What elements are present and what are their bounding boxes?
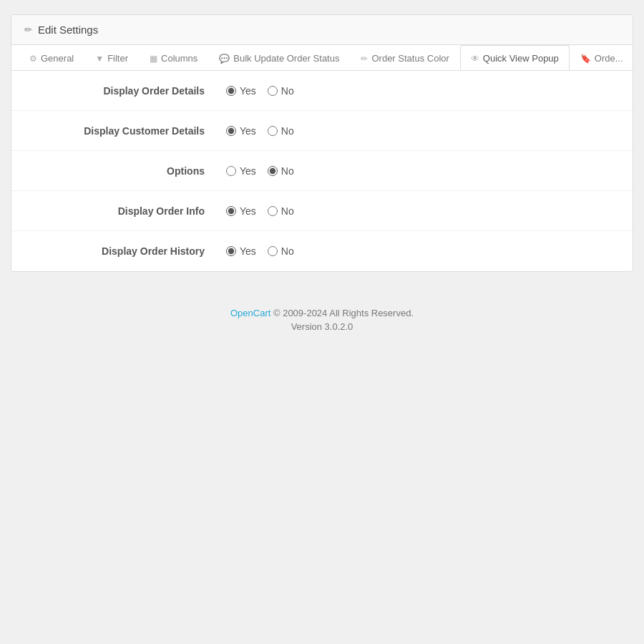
nav-tabs: ⚙ General ▼ Filter ▦ Columns 💬 Bulk Upda… bbox=[11, 45, 633, 71]
radio-order-details-yes-input[interactable] bbox=[226, 86, 236, 96]
radio-order-details-yes[interactable]: Yes bbox=[226, 85, 256, 97]
tab-filter[interactable]: ▼ Filter bbox=[84, 45, 139, 71]
label-display-order-details: Display Order Details bbox=[26, 85, 226, 97]
tab-general[interactable]: ⚙ General bbox=[19, 45, 84, 71]
radio-order-info-no-input[interactable] bbox=[268, 206, 278, 216]
tab-order-label: Orde... bbox=[595, 53, 623, 64]
radio-order-history-no-input[interactable] bbox=[268, 246, 278, 256]
radio-order-history-yes-label: Yes bbox=[240, 245, 256, 257]
footer-copyright: © 2009-2024 All Rights Reserved. bbox=[270, 308, 414, 318]
radio-order-details-no-label: No bbox=[281, 85, 294, 97]
radio-options-no[interactable]: No bbox=[268, 165, 294, 177]
panel-heading: ✏ Edit Settings bbox=[11, 15, 633, 45]
gear-icon: ⚙ bbox=[29, 54, 37, 64]
tab-filter-label: Filter bbox=[107, 53, 128, 64]
label-options: Options bbox=[26, 165, 226, 177]
columns-icon: ▦ bbox=[150, 54, 157, 64]
radio-order-info-yes[interactable]: Yes bbox=[226, 205, 256, 217]
radio-options-yes[interactable]: Yes bbox=[226, 165, 256, 177]
tab-order[interactable]: 🔖 Orde... bbox=[570, 45, 633, 71]
label-display-order-history: Display Order History bbox=[26, 245, 226, 257]
row-display-order-history: Display Order History Yes No bbox=[11, 231, 633, 271]
chat-icon: 💬 bbox=[219, 54, 230, 64]
radio-order-details-yes-label: Yes bbox=[240, 85, 256, 97]
radio-order-info-no-label: No bbox=[281, 205, 294, 217]
edit-settings-panel: ✏ Edit Settings ⚙ General ▼ Filter ▦ Col… bbox=[11, 14, 633, 272]
eye-icon: 👁 bbox=[471, 54, 479, 64]
pencil-icon: ✏ bbox=[24, 24, 32, 35]
tab-columns-label: Columns bbox=[161, 53, 197, 64]
color-icon: ✏ bbox=[361, 54, 368, 64]
tab-columns[interactable]: ▦ Columns bbox=[139, 45, 208, 71]
tab-order-status-color[interactable]: ✏ Order Status Color bbox=[350, 45, 459, 71]
radio-order-info-yes-label: Yes bbox=[240, 205, 256, 217]
radio-order-history-yes[interactable]: Yes bbox=[226, 245, 256, 257]
radio-options-yes-input[interactable] bbox=[226, 166, 236, 176]
radio-order-details-no[interactable]: No bbox=[268, 85, 294, 97]
controls-options: Yes No bbox=[226, 165, 294, 177]
footer: OpenCart © 2009-2024 All Rights Reserved… bbox=[11, 286, 633, 353]
label-display-customer-details: Display Customer Details bbox=[26, 125, 226, 137]
form-body: Display Order Details Yes No Display Cus… bbox=[11, 71, 633, 271]
controls-display-order-history: Yes No bbox=[226, 245, 294, 257]
radio-order-history-no[interactable]: No bbox=[268, 245, 294, 257]
radio-order-info-yes-input[interactable] bbox=[226, 206, 236, 216]
radio-order-history-yes-input[interactable] bbox=[226, 246, 236, 256]
radio-options-no-input[interactable] bbox=[268, 166, 278, 176]
tab-quick-view-popup[interactable]: 👁 Quick View Popup bbox=[460, 45, 570, 71]
tab-bulk-update-label: Bulk Update Order Status bbox=[233, 53, 339, 64]
tab-order-status-color-label: Order Status Color bbox=[371, 53, 449, 64]
row-options: Options Yes No bbox=[11, 151, 633, 191]
radio-customer-details-yes-input[interactable] bbox=[226, 126, 236, 136]
radio-customer-details-yes-label: Yes bbox=[240, 125, 256, 137]
radio-order-details-no-input[interactable] bbox=[268, 86, 278, 96]
controls-display-customer-details: Yes No bbox=[226, 125, 294, 137]
filter-icon: ▼ bbox=[95, 54, 104, 64]
radio-customer-details-no-input[interactable] bbox=[268, 126, 278, 136]
tab-bulk-update[interactable]: 💬 Bulk Update Order Status bbox=[208, 45, 350, 71]
page-wrapper: ✏ Edit Settings ⚙ General ▼ Filter ▦ Col… bbox=[0, 0, 644, 368]
radio-order-info-no[interactable]: No bbox=[268, 205, 294, 217]
radio-options-yes-label: Yes bbox=[240, 165, 256, 177]
tab-general-label: General bbox=[41, 53, 74, 64]
label-display-order-info: Display Order Info bbox=[26, 205, 226, 217]
panel-title: Edit Settings bbox=[38, 24, 98, 36]
radio-order-history-no-label: No bbox=[281, 245, 294, 257]
radio-options-no-label: No bbox=[281, 165, 294, 177]
controls-display-order-info: Yes No bbox=[226, 205, 294, 217]
footer-brand-link[interactable]: OpenCart bbox=[230, 308, 270, 318]
row-display-order-details: Display Order Details Yes No bbox=[11, 71, 633, 111]
tag-icon: 🔖 bbox=[580, 54, 591, 64]
row-display-order-info: Display Order Info Yes No bbox=[11, 191, 633, 231]
radio-customer-details-yes[interactable]: Yes bbox=[226, 125, 256, 137]
radio-customer-details-no[interactable]: No bbox=[268, 125, 294, 137]
radio-customer-details-no-label: No bbox=[281, 125, 294, 137]
tab-quick-view-popup-label: Quick View Popup bbox=[483, 53, 559, 64]
footer-version: Version 3.0.2.0 bbox=[25, 321, 619, 332]
controls-display-order-details: Yes No bbox=[226, 85, 294, 97]
row-display-customer-details: Display Customer Details Yes No bbox=[11, 111, 633, 151]
